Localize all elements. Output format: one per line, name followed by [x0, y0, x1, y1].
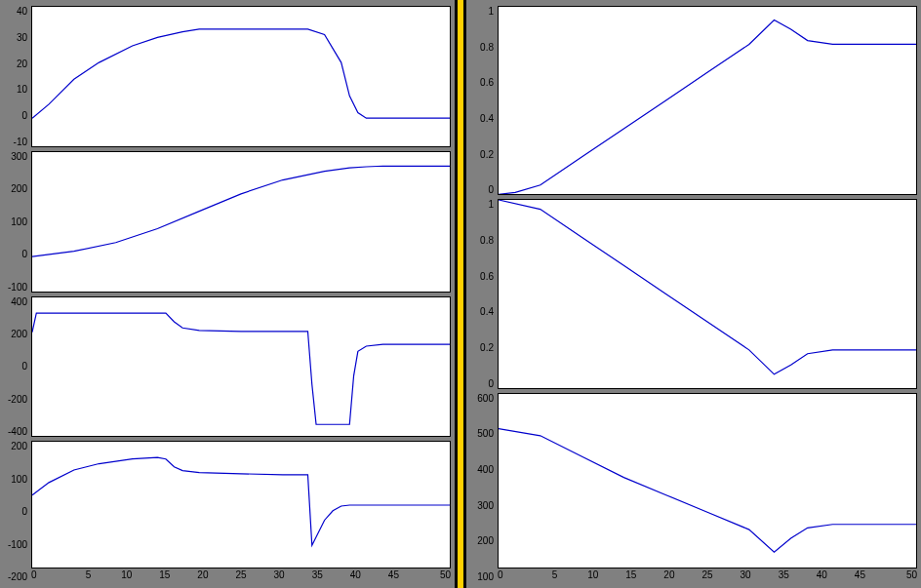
x-tick-label: 20 [650, 569, 688, 582]
y-tick-label: 200 [11, 329, 27, 339]
x-tick-label: 0 [498, 569, 536, 582]
chart-panel-L3: 4002000-200-400 [4, 296, 451, 438]
data-line [32, 29, 450, 118]
y-tick-label: 0.2 [480, 149, 494, 160]
plot-area [31, 151, 451, 293]
y-tick-label: 300 [477, 500, 494, 511]
y-tick-label: 200 [477, 535, 494, 546]
data-line [32, 313, 450, 424]
column-divider [455, 0, 466, 588]
y-tick-label: 100 [11, 216, 27, 227]
plot-area [498, 6, 917, 195]
y-axis: 403020100-10 [4, 6, 31, 147]
x-tick-label: 5 [69, 569, 107, 582]
y-tick-label: 500 [477, 428, 494, 439]
y-tick-label: 20 [17, 59, 27, 69]
x-tick-label: 15 [612, 569, 650, 582]
x-tick-label: 30 [727, 569, 765, 582]
x-axis: 05101520253035404550 [498, 568, 917, 582]
x-tick-label: 35 [299, 569, 337, 582]
y-tick-label: -200 [8, 394, 27, 405]
data-line [499, 20, 916, 194]
y-tick-label: 40 [17, 6, 27, 17]
x-tick-label: 45 [841, 569, 879, 582]
y-tick-label: 0.6 [480, 77, 494, 88]
y-tick-label: 0.4 [480, 113, 494, 124]
y-tick-label: 200 [11, 183, 27, 194]
y-axis: 600500400300200100 [470, 393, 498, 582]
y-tick-label: 0.4 [480, 306, 494, 317]
y-tick-label: 0.6 [480, 271, 494, 282]
chart-panel-L2: 3002001000-100 [4, 151, 451, 293]
x-tick-label: 0 [31, 569, 69, 582]
left-column: 403020100-103002001000-1004002000-200-40… [0, 0, 455, 588]
data-line [499, 428, 916, 552]
x-tick-label: 20 [183, 569, 221, 582]
right-column: 10.80.60.40.2010.80.60.40.20600500400300… [466, 0, 921, 588]
y-tick-label: 0 [21, 506, 27, 517]
y-tick-label: 400 [11, 296, 27, 307]
y-tick-label: 1 [488, 199, 494, 210]
y-tick-label: 0 [21, 361, 27, 372]
y-tick-label: 0 [488, 378, 494, 389]
y-tick-label: 0 [21, 110, 27, 121]
y-tick-label: 100 [11, 474, 27, 485]
plot-area [31, 296, 451, 438]
y-tick-label: 0 [21, 249, 27, 259]
y-tick-label: 0.2 [480, 342, 494, 353]
data-line [32, 457, 450, 545]
x-tick-label: 25 [688, 569, 726, 582]
chart-panel-R2: 10.80.60.40.20 [470, 199, 917, 388]
chart-panel-R1: 10.80.60.40.20 [470, 6, 917, 195]
chart-panel-R3: 60050040030020010005101520253035404550 [470, 393, 917, 582]
y-tick-label: 200 [11, 441, 27, 451]
x-tick-label: 50 [413, 569, 451, 582]
y-tick-label: 0 [488, 184, 494, 195]
y-tick-label: 0.8 [480, 42, 494, 53]
x-tick-label: 10 [107, 569, 145, 582]
plot-area [498, 199, 917, 388]
y-tick-label: 1 [488, 6, 494, 17]
y-tick-label: 600 [477, 393, 494, 404]
x-tick-label: 40 [337, 569, 375, 582]
x-tick-label: 45 [375, 569, 413, 582]
chart-panel-L1: 403020100-10 [4, 6, 451, 147]
data-line [32, 166, 450, 256]
y-axis: 2001000-100-200 [4, 441, 31, 582]
x-tick-label: 30 [260, 569, 299, 582]
y-axis: 3002001000-100 [4, 151, 31, 293]
x-tick-label: 40 [803, 569, 841, 582]
y-tick-label: -100 [8, 539, 27, 550]
x-tick-label: 15 [145, 569, 183, 582]
chart-panel-L4: 2001000-100-20005101520253035404550 [4, 441, 451, 582]
plot-area [31, 6, 451, 147]
y-tick-label: 300 [11, 151, 27, 162]
x-axis: 05101520253035404550 [31, 568, 451, 582]
y-tick-label: 30 [17, 32, 27, 43]
y-tick-label: 100 [477, 571, 494, 582]
x-tick-label: 35 [765, 569, 803, 582]
y-tick-label: 10 [17, 84, 27, 95]
y-tick-label: -10 [14, 137, 27, 147]
data-line [499, 200, 916, 374]
y-tick-label: -100 [8, 282, 27, 293]
y-tick-label: -200 [8, 571, 27, 582]
y-tick-label: -400 [8, 426, 27, 437]
y-axis: 4002000-200-400 [4, 296, 31, 438]
y-tick-label: 400 [477, 464, 494, 475]
y-tick-label: 0.8 [480, 235, 494, 246]
x-tick-label: 50 [879, 569, 917, 582]
plot-area [498, 393, 917, 568]
plot-area [31, 441, 451, 568]
x-tick-label: 5 [536, 569, 574, 582]
x-tick-label: 25 [221, 569, 260, 582]
y-axis: 10.80.60.40.20 [470, 6, 498, 195]
y-axis: 10.80.60.40.20 [470, 199, 498, 388]
x-tick-label: 10 [574, 569, 612, 582]
